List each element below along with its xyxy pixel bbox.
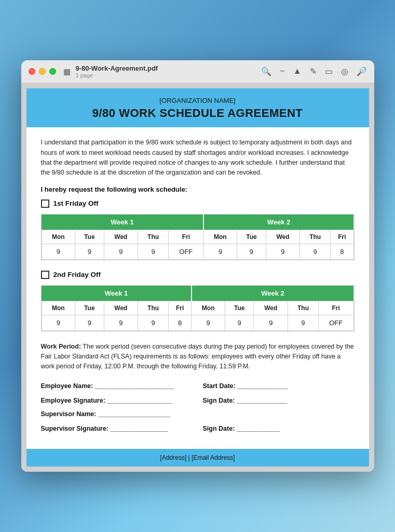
day-mon-w2: Mon [203,230,237,244]
day-wed-w1: Wed [104,230,138,244]
o2-day-thu-w2: Thu [288,301,319,315]
day-mon-w1: Mon [42,230,75,244]
option2-hours-row: 9 9 9 9 8 9 9 9 9 OFF [42,315,353,330]
h-fri-w2: 8 [331,244,353,259]
titlebar-icons: 🔍 − ▲ ✎ ▭ ◎ 🔎 [261,66,366,76]
titlebar: ▦ 9-80-Work-Agreement.pdf 1 page 🔍 − ▲ ✎… [21,60,374,83]
option1-hours-row: 9 9 9 9 OFF 9 9 9 9 8 [42,244,353,259]
document-title: 9/80 WORK SCHEDULE AGREEMENT [37,107,359,120]
option1-checkbox-row: 1st Friday Off [41,200,355,208]
option2-label: 2nd Friday Off [53,271,101,278]
day-tue-w2: Tue [237,230,266,244]
h-wed-w1: 9 [104,244,138,259]
o2-h-tue-w2: 9 [225,315,253,330]
search-icon[interactable]: 🔍 [261,66,271,76]
work-period-text: Work Period: The work period (seven cons… [41,342,355,372]
day-fri-w2: Fri [331,230,353,244]
o2-h-wed-w1: 9 [104,315,138,330]
option1-table: Week 1 Week 2 Mon Tue Wed Thu Fri Mon Tu… [42,215,354,260]
work-period-label: Work Period: [41,343,81,350]
h-fri-w1: OFF [169,244,204,259]
day-thu-w1: Thu [138,230,169,244]
o2-h-mon-w2: 9 [192,315,225,330]
day-tue-w1: Tue [75,230,104,244]
option1-checkbox[interactable] [41,200,49,208]
option1-day-header: Mon Tue Wed Thu Fri Mon Tue Wed Thu Fri [42,230,353,244]
option2-table: Week 1 Week 2 Mon Tue Wed Thu Fri Mon Tu… [42,286,354,331]
filename-label: 9-80-Work-Agreement.pdf [76,64,158,72]
option2-week1-header: Week 1 [42,286,192,301]
option1-week1-header: Week 1 [42,215,203,230]
h-thu-w2: 9 [300,244,331,259]
o2-h-thu-w2: 9 [288,315,319,330]
h-mon-w2: 9 [203,244,237,259]
o2-day-mon-w1: Mon [42,301,75,315]
org-name: [ORGANIZATION NAME] [37,97,359,104]
zoom-out-icon[interactable]: − [280,66,284,76]
o2-day-fri-w2: Fri [318,301,353,315]
supervisor-sig-field: Supervisor Signature: ________________ [41,425,193,434]
employee-name-field: Employee Name: ______________________ [41,382,193,392]
o2-day-fri-w1: Fri [169,301,192,315]
maximize-button[interactable] [49,68,56,75]
option2-checkbox[interactable] [41,271,49,279]
option2-checkbox-row: 2nd Friday Off [41,271,355,279]
intro-text: I understand that participation in the 9… [41,138,355,178]
o2-h-tue-w1: 9 [75,315,104,330]
signature-grid: Employee Name: ______________________ St… [41,382,355,406]
h-tue-w2: 9 [237,244,266,259]
o2-day-tue-w1: Tue [75,301,104,315]
edit-icon[interactable]: ✎ [310,66,317,76]
o2-day-mon-w2: Mon [192,301,225,315]
main-window: ▦ 9-80-Work-Agreement.pdf 1 page 🔍 − ▲ ✎… [21,60,374,472]
footer-text: [Address] | [Email Address] [160,454,235,461]
o2-h-mon-w1: 9 [42,315,75,330]
o2-day-tue-w2: Tue [225,301,253,315]
employee-sig-field: Employee Signature: __________________ [41,397,193,406]
document-footer: [Address] | [Email Address] [26,449,369,467]
day-fri-w1: Fri [169,230,204,244]
minimize-button[interactable] [39,68,46,75]
h-tue-w1: 9 [75,244,104,259]
option2-table-wrapper: Week 1 Week 2 Mon Tue Wed Thu Fri Mon Tu… [41,285,355,331]
h-mon-w1: 9 [42,244,75,259]
schedule-heading: I hereby request the following work sche… [41,185,355,193]
sign-date1-field: Sign Date: ______________ [203,397,355,406]
sign-date2-field: Sign Date: ____________ [203,425,355,434]
start-date-field: Start Date: ______________ [203,382,355,392]
share-icon[interactable]: ▲ [293,66,302,76]
option1-week-header: Week 1 Week 2 [42,215,353,230]
option1-label: 1st Friday Off [53,200,99,207]
h-thu-w1: 9 [138,244,169,259]
o2-day-wed-w2: Wed [254,301,288,315]
find-icon[interactable]: 🔎 [357,66,367,76]
o2-h-fri-w2: OFF [318,315,353,330]
document-wrapper: [ORGANIZATION NAME] 9/80 WORK SCHEDULE A… [21,83,374,472]
o2-h-fri-w1: 8 [169,315,192,330]
option1-table-wrapper: Week 1 Week 2 Mon Tue Wed Thu Fri Mon Tu… [41,214,355,260]
titlebar-info: 9-80-Work-Agreement.pdf 1 page [76,64,158,78]
window-icon[interactable]: ▭ [325,66,333,76]
h-wed-w2: 9 [266,244,300,259]
day-thu-w2: Thu [300,230,331,244]
page-count-label: 1 page [76,72,158,78]
option2-week2-header: Week 2 [192,286,353,301]
document-body: I understand that participation in the 9… [26,127,369,449]
traffic-lights [29,68,56,75]
supervisor-sig-grid: Supervisor Signature: ________________ S… [41,425,355,434]
close-button[interactable] [29,68,35,75]
supervisor-name-field: Supervisor Name: ____________________ [41,410,355,420]
option2-week-header: Week 1 Week 2 [42,286,353,301]
day-wed-w2: Wed [266,230,300,244]
o2-day-wed-w1: Wed [104,301,138,315]
option2-day-header: Mon Tue Wed Thu Fri Mon Tue Wed Thu Fri [42,301,353,315]
profile-icon[interactable]: ◎ [341,66,348,76]
sidebar-icon: ▦ [63,67,71,76]
o2-day-thu-w1: Thu [138,301,169,315]
o2-h-wed-w2: 9 [254,315,288,330]
document-header: [ORGANIZATION NAME] 9/80 WORK SCHEDULE A… [26,88,369,127]
option1-week2-header: Week 2 [203,215,353,230]
work-period-body: The work period (seven consecutive days … [41,343,354,370]
o2-h-thu-w1: 9 [138,315,169,330]
